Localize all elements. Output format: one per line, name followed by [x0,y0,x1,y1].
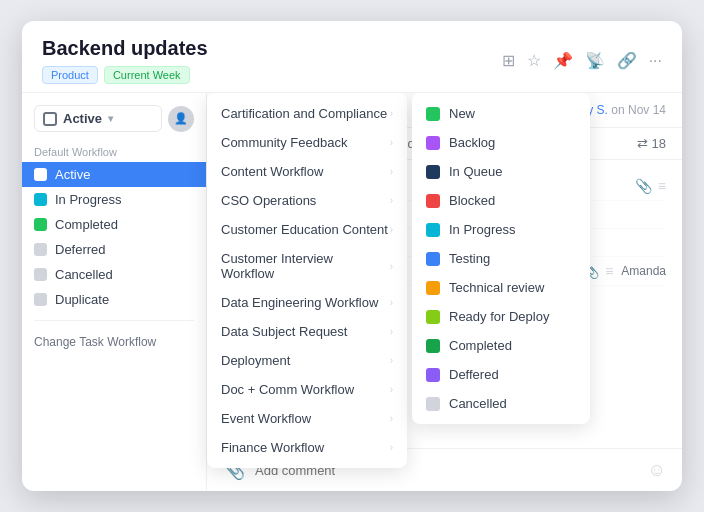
workflow-item-event[interactable]: Event Workflow › [207,404,407,433]
task-icons: 📎 ≡ [635,178,666,194]
status-item-blocked[interactable]: Blocked [412,186,590,215]
status-dot-deferred [34,243,47,256]
sidebar-item-deferred[interactable]: Deferred [22,237,206,262]
list-icon: ≡ [605,263,613,279]
status-color-dot-inprogress [426,223,440,237]
status-item-readydeploy[interactable]: Ready for Deploy [412,302,590,331]
status-dot-inprogress [34,193,47,206]
share-count: ⇄ 18 [637,136,666,151]
tag-product[interactable]: Product [42,66,98,84]
chevron-right-icon: › [390,442,393,453]
sidebar-item-completed[interactable]: Completed [22,212,206,237]
app-window: Backend updates Product Current Week ⊞ ☆… [22,21,682,491]
chevron-right-icon: › [390,413,393,424]
status-select[interactable]: Active ▾ [34,105,162,132]
status-dot-cancelled [34,268,47,281]
status-color-dot-readydeploy [426,310,440,324]
status-color-dot-deffered [426,368,440,382]
main-content: Active ▾ 👤 Default Workflow Active In Pr… [22,93,682,491]
status-item-completed[interactable]: Completed [412,331,590,360]
header-icons: ⊞ ☆ 📌 📡 🔗 ··· [502,51,662,70]
workflow-item-customer-edu[interactable]: Customer Education Content › [207,215,407,244]
sidebar-item-active[interactable]: Active [22,162,206,187]
status-item-inqueue[interactable]: In Queue [412,157,590,186]
status-item-backlog[interactable]: Backlog [412,128,590,157]
status-item-deffered[interactable]: Deffered [412,360,590,389]
chevron-right-icon: › [390,326,393,337]
status-item-technical[interactable]: Technical review [412,273,590,302]
star-icon[interactable]: ☆ [527,51,541,70]
avatar: 👤 [168,106,194,132]
workflow-item-customer-int[interactable]: Customer Interview Workflow › [207,244,407,288]
sidebar-item-duplicate[interactable]: Duplicate [22,287,206,312]
header-left: Backend updates Product Current Week [42,37,208,84]
workflow-item-data-sub[interactable]: Data Subject Request › [207,317,407,346]
more-icon[interactable]: ··· [649,52,662,70]
workflow-item-finance[interactable]: Finance Workflow › [207,433,407,462]
link-icon[interactable]: 🔗 [617,51,637,70]
status-item-testing[interactable]: Testing [412,244,590,273]
chevron-right-icon: › [390,224,393,235]
chevron-right-icon: › [390,297,393,308]
workflow-item-community[interactable]: Community Feedback › [207,128,407,157]
status-item-new[interactable]: New [412,99,590,128]
status-color-dot-testing [426,252,440,266]
calendar-icon[interactable]: ⊞ [502,51,515,70]
header: Backend updates Product Current Week ⊞ ☆… [22,21,682,93]
status-color-dot-backlog [426,136,440,150]
status-checkbox [43,112,57,126]
status-item-inprogress[interactable]: In Progress [412,215,590,244]
workflow-dropdown: Cartification and Compliance › Community… [207,93,407,468]
status-dot-duplicate [34,293,47,306]
chevron-right-icon: › [390,261,393,272]
share-icon: ⇄ [637,136,648,151]
sidebar-item-cancelled[interactable]: Cancelled [22,262,206,287]
chevron-right-icon: › [390,355,393,366]
status-color-dot-blocked [426,194,440,208]
workflow-item-doc-comm[interactable]: Doc + Comm Workflow › [207,375,407,404]
list-icon: ≡ [658,178,666,194]
status-dot-completed [34,218,47,231]
chevron-right-icon: › [390,195,393,206]
status-select-label: Active [63,111,102,126]
pin-icon[interactable]: 📌 [553,51,573,70]
change-workflow-button[interactable]: Change Task Workflow [22,329,206,355]
workflow-item-deployment[interactable]: Deployment › [207,346,407,375]
page-title: Backend updates [42,37,208,60]
status-dropdown: New Backlog In Queue Blocked In Progress… [412,93,590,424]
tag-week[interactable]: Current Week [104,66,190,84]
status-color-dot-completed [426,339,440,353]
task-assignee: Amanda [621,264,666,278]
chevron-right-icon: › [390,166,393,177]
sidebar-item-inprogress[interactable]: In Progress [22,187,206,212]
attach-icon: 📎 [635,178,652,194]
status-color-dot-new [426,107,440,121]
sidebar-section-label: Default Workflow [22,140,206,162]
workflow-item-content[interactable]: Content Workflow › [207,157,407,186]
workflow-item-cso[interactable]: CSO Operations › [207,186,407,215]
status-color-dot-technical [426,281,440,295]
workflow-item-cert[interactable]: Cartification and Compliance › [207,99,407,128]
header-tags: Product Current Week [42,66,208,84]
workflow-item-data-eng[interactable]: Data Engineering Workflow › [207,288,407,317]
status-select-row: Active ▾ 👤 [22,105,206,140]
status-item-cancelled[interactable]: Cancelled [412,389,590,418]
sidebar-divider [34,320,194,321]
emoji-icon[interactable]: ☺ [648,460,666,481]
chevron-right-icon: › [390,137,393,148]
chevron-right-icon: › [390,384,393,395]
chevron-right-icon: › [390,108,393,119]
status-color-dot-inqueue [426,165,440,179]
sidebar: Active ▾ 👤 Default Workflow Active In Pr… [22,93,207,491]
status-color-dot-cancelled [426,397,440,411]
chevron-down-icon: ▾ [108,113,113,124]
status-dot-active [34,168,47,181]
feed-icon[interactable]: 📡 [585,51,605,70]
